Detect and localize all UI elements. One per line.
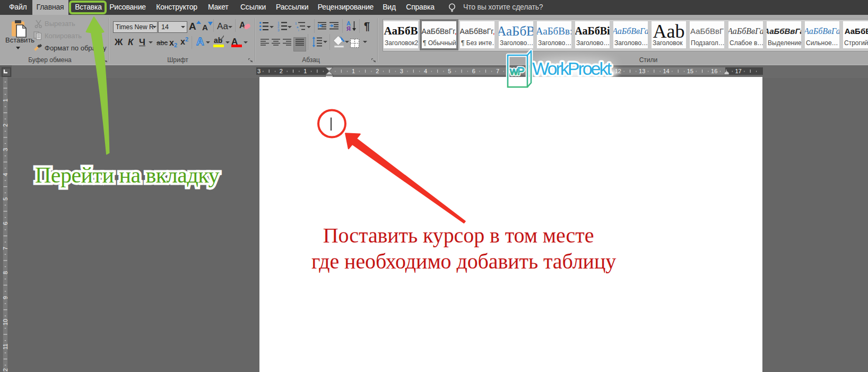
svg-text:1: 1 <box>303 68 307 74</box>
svg-text:1: 1 <box>2 99 8 102</box>
svg-text:13: 13 <box>639 68 645 74</box>
svg-text:14: 14 <box>663 68 669 74</box>
svg-text:6: 6 <box>2 222 8 225</box>
svg-text:12: 12 <box>2 368 8 372</box>
svg-text:8: 8 <box>520 68 523 74</box>
svg-text:4: 4 <box>424 68 427 74</box>
svg-text:2: 2 <box>280 68 283 74</box>
svg-text:10: 10 <box>567 68 573 74</box>
svg-text:5: 5 <box>2 197 8 201</box>
svg-text:3: 3 <box>277 28 280 32</box>
svg-text:3: 3 <box>257 68 261 74</box>
svg-text:4: 4 <box>2 173 8 176</box>
svg-text:3: 3 <box>400 68 403 74</box>
svg-text:1: 1 <box>352 68 355 74</box>
svg-text:a: a <box>297 25 299 29</box>
svg-text:17: 17 <box>735 68 741 74</box>
svg-text:8: 8 <box>2 271 8 274</box>
svg-text:10: 10 <box>2 319 8 325</box>
svg-text:3: 3 <box>2 148 8 151</box>
svg-text:2: 2 <box>376 68 379 74</box>
svg-text:5: 5 <box>448 68 451 74</box>
svg-text:11: 11 <box>591 68 597 74</box>
svg-text:i: i <box>298 29 299 31</box>
svg-text:15: 15 <box>687 68 693 74</box>
svg-text:9: 9 <box>544 68 548 74</box>
svg-text:16: 16 <box>711 68 717 74</box>
svg-text:11: 11 <box>2 343 8 349</box>
svg-text:6: 6 <box>472 68 475 74</box>
svg-text:1: 1 <box>295 22 297 25</box>
svg-text:2: 2 <box>2 124 8 127</box>
svg-text:7: 7 <box>496 68 499 74</box>
svg-text:12: 12 <box>615 68 621 74</box>
svg-text:7: 7 <box>2 247 8 250</box>
svg-text:9: 9 <box>2 296 8 299</box>
